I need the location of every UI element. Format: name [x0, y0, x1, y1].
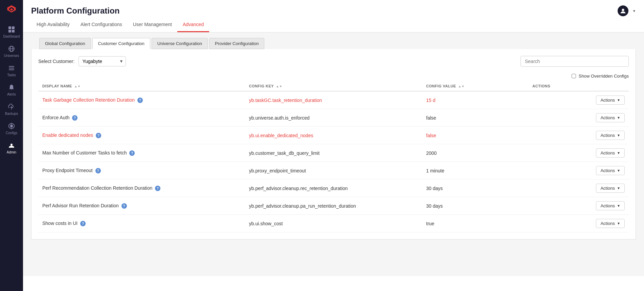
sub-tab-provider-configuration[interactable]: Provider Configuration — [209, 38, 264, 49]
sub-tab-customer-configuration[interactable]: Customer Configuration — [92, 38, 150, 49]
svg-rect-9 — [9, 68, 14, 68]
actions-button-5[interactable]: Actions ▼ — [596, 184, 625, 193]
cell-config-value-7: true — [422, 215, 528, 232]
user-menu-chevron[interactable]: ▼ — [632, 9, 636, 13]
show-overridden-checkbox[interactable] — [572, 74, 576, 78]
help-icon-4[interactable]: ? — [95, 168, 101, 173]
sort-config-value-icon[interactable]: ▲▼ — [458, 85, 465, 88]
help-icon-2[interactable]: ? — [96, 133, 101, 138]
display-name-text-0[interactable]: Task Garbage Collection Retention Durati… — [42, 97, 135, 103]
config-value-text-7: true — [426, 221, 434, 226]
sidebar-item-admin[interactable]: Admin — [0, 138, 23, 158]
cell-display-name-6: Perf Advisor Run Retention Duration ? — [38, 197, 245, 215]
sub-tab-universe-configuration[interactable]: Universe Configuration — [152, 38, 208, 49]
config-value-text-5: 30 days — [426, 186, 443, 191]
col-header-config-value: CONFIG VALUE ▲▼ — [422, 81, 528, 91]
cell-display-name-1: Enforce Auth ? — [38, 109, 245, 127]
svg-rect-4 — [12, 30, 15, 33]
content-area: Global Configuration Customer Configurat… — [23, 33, 644, 276]
sort-config-key-icon[interactable]: ▲▼ — [276, 85, 283, 88]
actions-button-1[interactable]: Actions ▼ — [596, 113, 625, 122]
actions-button-label-4: Actions — [600, 168, 615, 173]
actions-button-6[interactable]: Actions ▼ — [596, 201, 625, 210]
customer-filter-label: Select Customer: — [38, 59, 74, 64]
actions-dropdown-arrow-0: ▼ — [617, 98, 620, 102]
display-name-text-2[interactable]: Enable dedicated nodes — [42, 132, 93, 138]
topbar-right: ▼ — [618, 5, 636, 16]
cell-actions-2: Actions ▼ — [528, 127, 629, 144]
cell-config-value-0: 15 d — [422, 91, 528, 109]
alerts-icon — [8, 84, 15, 91]
tab-user-management[interactable]: User Management — [128, 18, 177, 32]
table-row: Enforce Auth ? yb.universe.auth.is_enfor… — [38, 109, 629, 127]
sidebar-item-admin-label: Admin — [7, 150, 16, 154]
config-key-text-5: yb.perf_advisor.cleanup.rec_retention_du… — [249, 186, 348, 191]
actions-button-label-1: Actions — [600, 115, 615, 120]
actions-button-2[interactable]: Actions ▼ — [596, 131, 625, 140]
sidebar-item-configs[interactable]: Configs — [0, 119, 23, 138]
cell-config-key-5: yb.perf_advisor.cleanup.rec_retention_du… — [245, 180, 422, 197]
admin-icon — [8, 142, 15, 149]
svg-point-13 — [622, 9, 624, 11]
cell-actions-7: Actions ▼ — [528, 215, 629, 232]
sidebar-item-universes[interactable]: Universes — [0, 42, 23, 61]
sidebar-item-dashboard[interactable]: Dashboard — [0, 22, 23, 42]
col-header-display-name: DISPLAY NAME ▲▼ — [38, 81, 245, 91]
table-row: Enable dedicated nodes ? yb.ui.enable_de… — [38, 127, 629, 144]
actions-dropdown-arrow-3: ▼ — [617, 151, 620, 155]
config-key-text-6: yb.perf_advisor.cleanup.pa_run_retention… — [249, 203, 356, 209]
tab-high-availability[interactable]: High Availability — [31, 18, 75, 32]
help-icon-7[interactable]: ? — [80, 221, 86, 226]
main-tabs: High Availability Alert Configurations U… — [23, 18, 644, 33]
sub-tab-global-configuration[interactable]: Global Configuration — [39, 38, 91, 49]
user-avatar[interactable] — [618, 5, 628, 16]
configs-icon — [8, 122, 15, 130]
tab-alert-configurations[interactable]: Alert Configurations — [75, 18, 128, 32]
sidebar: Dashboard Universes Tasks — [0, 0, 23, 291]
help-icon-1[interactable]: ? — [72, 115, 77, 121]
tab-advanced[interactable]: Advanced — [177, 18, 209, 32]
customer-select[interactable]: Yugabyte — [79, 56, 126, 66]
main-content: Platform Configuration ▼ High Availabili… — [23, 0, 644, 291]
logo[interactable] — [5, 3, 18, 17]
help-icon-0[interactable]: ? — [137, 98, 143, 103]
actions-dropdown-arrow-1: ▼ — [617, 116, 620, 120]
actions-dropdown-arrow-5: ▼ — [617, 186, 620, 190]
sidebar-item-alerts[interactable]: Alerts — [0, 80, 23, 100]
sidebar-item-tasks[interactable]: Tasks — [0, 61, 23, 80]
svg-rect-2 — [12, 26, 15, 29]
backups-icon — [8, 103, 15, 110]
table-row: Max Number of Customer Tasks to fetch ? … — [38, 144, 629, 162]
actions-dropdown-arrow-6: ▼ — [617, 204, 620, 208]
actions-button-7[interactable]: Actions ▼ — [596, 219, 625, 228]
config-key-text-7: yb.ui.show_cost — [249, 221, 283, 226]
search-input[interactable] — [520, 56, 629, 67]
help-icon-5[interactable]: ? — [155, 186, 160, 191]
universes-icon — [8, 45, 15, 53]
cell-actions-5: Actions ▼ — [528, 180, 629, 197]
actions-button-4[interactable]: Actions ▼ — [596, 166, 625, 175]
actions-button-label-2: Actions — [600, 133, 615, 138]
table-row: Show costs in UI ? yb.ui.show_cost true … — [38, 215, 629, 232]
actions-button-3[interactable]: Actions ▼ — [596, 148, 625, 158]
table-row: Perf Advisor Run Retention Duration ? yb… — [38, 197, 629, 215]
cell-display-name-5: Perf Recommendation Collection Retention… — [38, 180, 245, 197]
cell-config-value-6: 30 days — [422, 197, 528, 215]
help-icon-6[interactable]: ? — [121, 203, 127, 209]
show-overridden-label[interactable]: Show Overridden Configs — [579, 74, 629, 79]
cell-config-key-0: yb.taskGC.task_retention_duration — [245, 91, 422, 109]
sort-display-name-icon[interactable]: ▲▼ — [74, 85, 81, 88]
actions-dropdown-arrow-2: ▼ — [617, 133, 620, 137]
cell-config-value-5: 30 days — [422, 180, 528, 197]
cell-display-name-7: Show costs in UI ? — [38, 215, 245, 232]
cell-config-key-2: yb.ui.enable_dedicated_nodes — [245, 127, 422, 144]
config-key-text-3: yb.customer_task_db_query_limit — [249, 150, 320, 156]
actions-button-0[interactable]: Actions ▼ — [596, 96, 625, 105]
sidebar-item-backups[interactable]: Backups — [0, 100, 23, 119]
svg-rect-3 — [8, 30, 11, 33]
filter-row: Select Customer: Yugabyte ▼ — [38, 56, 629, 67]
cell-actions-1: Actions ▼ — [528, 109, 629, 127]
col-header-config-key: CONFIG KEY ▲▼ — [245, 81, 422, 91]
sidebar-item-backups-label: Backups — [5, 112, 18, 116]
help-icon-3[interactable]: ? — [129, 150, 135, 156]
